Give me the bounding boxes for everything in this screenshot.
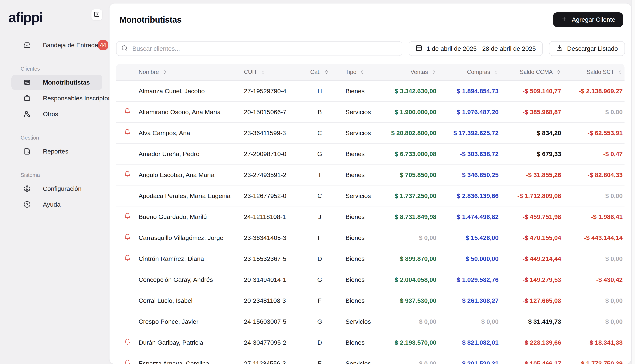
cell-compras: $ 15.426,00	[439, 234, 501, 242]
column-header-compras[interactable]: Compras	[439, 69, 501, 75]
sidebar-item-monotributistas[interactable]: Monotributistas	[12, 75, 102, 90]
cell-cuit: 20-15015066-7	[244, 108, 306, 116]
cell-ventas: $ 3.342.630,00	[377, 88, 439, 95]
cell-saldo-sct: -$ 0,47	[563, 150, 625, 158]
cell-tipo: Bienes	[334, 234, 377, 242]
cell-compras: $ 1.474.496,82	[439, 213, 501, 220]
cell-categoria: G	[306, 318, 334, 325]
column-header-cuit[interactable]: CUIT	[244, 69, 306, 75]
help-icon	[23, 200, 31, 209]
column-label: Saldo SCT	[587, 69, 614, 75]
table-row[interactable]: Almanza Curiel, Jacobo27-19529790-4HBien…	[116, 81, 624, 102]
cell-categoria: F	[306, 234, 334, 242]
column-header-nombre[interactable]: Nombre	[139, 69, 244, 75]
cell-compras: $ 201.520,31	[439, 360, 501, 364]
cell-compras: $ 821.082,01	[439, 339, 501, 346]
alert-cell	[116, 234, 139, 242]
column-header-tipo[interactable]: Tipo	[334, 69, 377, 75]
date-range-button[interactable]: 1 de abril de 2025 - 28 de abril de 2025	[409, 41, 543, 56]
sidebar-item-bandeja-de-entrada[interactable]: Bandeja de Entrada 44	[12, 38, 102, 52]
cell-tipo: Servicios	[334, 192, 377, 200]
gear-icon	[23, 184, 31, 193]
cell-compras: $ 1.976.487,26	[439, 108, 501, 116]
cell-nombre: Cintrón Ramírez, Diana	[139, 255, 244, 262]
cell-saldo-ccma: -$ 149.279,53	[501, 276, 563, 283]
sort-icon	[162, 69, 167, 75]
cell-saldo-sct: $ 0,00	[563, 255, 625, 262]
column-header-ventas[interactable]: Ventas	[377, 69, 439, 75]
sidebar-item-configuracion[interactable]: Configuración	[12, 181, 102, 196]
cell-nombre: Angulo Escobar, Ana María	[139, 171, 244, 178]
cell-saldo-ccma: -$ 459.751,98	[501, 213, 563, 220]
table-row[interactable]: Corral Lucio, Isabel20-23481108-3FBienes…	[116, 290, 624, 311]
sidebar-item-label: Otros	[43, 110, 58, 118]
cell-ventas: $ 1.900.000,00	[377, 108, 439, 116]
cell-compras: $ 346.850,25	[439, 171, 501, 178]
search-input[interactable]	[132, 45, 397, 52]
table-row[interactable]: Durán Garibay, Patricia24-30477095-2DBie…	[116, 332, 624, 353]
sidebar-item-reportes[interactable]: Reportes	[12, 144, 102, 159]
cell-tipo: Servicios	[334, 108, 377, 116]
cell-cuit: 24-30477095-2	[244, 339, 306, 346]
cell-ventas: $ 2.193.570,00	[377, 339, 439, 346]
cell-nombre: Altamirano Osorio, Ana María	[139, 108, 244, 116]
sidebar-item-ayuda[interactable]: Ayuda	[12, 197, 102, 212]
cell-tipo: Servicios	[334, 130, 377, 136]
sidebar-section-sistema: ConfiguraciónAyuda	[12, 181, 102, 212]
cell-saldo-sct: -$ 62.553,91	[563, 130, 625, 136]
cell-saldo-ccma: $ 834,20	[501, 130, 563, 136]
cell-nombre: Apodaca Perales, María Eugenia	[139, 192, 244, 200]
table-row[interactable]: Esparza Amaya, Carolina27-11234556-3FSer…	[116, 353, 624, 364]
add-client-button[interactable]: Agregar Cliente	[553, 12, 623, 27]
cell-saldo-sct: -$ 2.138.969,27	[563, 88, 625, 95]
sidebar-section-label-clientes: Clientes	[21, 66, 102, 72]
cell-categoria: F	[306, 297, 334, 304]
column-header-saldo-ccma[interactable]: Saldo CCMA	[501, 69, 563, 75]
cell-cuit: 24-15603007-5	[244, 318, 306, 325]
cell-tipo: Bienes	[334, 150, 377, 158]
table-row[interactable]: Alva Campos, Ana23-36411599-3CServicios$…	[116, 122, 624, 144]
column-header-saldo-sct[interactable]: Saldo SCT	[563, 69, 625, 75]
sidebar-nav-top: Bandeja de Entrada 44	[12, 38, 102, 52]
alert-bell-icon	[124, 254, 131, 263]
cell-saldo-sct: -$ 430,42	[563, 276, 625, 283]
cell-tipo: Bienes	[334, 88, 377, 95]
inbox-count-badge: 44	[98, 40, 108, 50]
alert-bell-icon	[124, 171, 131, 179]
main-panel: Monotributistas Agregar Cliente 1 de abr…	[109, 3, 631, 364]
column-header-cat[interactable]: Cat.	[306, 69, 334, 75]
cell-compras: $ 1.894.854,73	[439, 88, 501, 95]
cell-ventas: $ 2.004.058,00	[377, 276, 439, 283]
add-client-label: Agregar Cliente	[572, 16, 615, 23]
download-list-button[interactable]: Descargar Listado	[549, 41, 625, 56]
table-row[interactable]: Angulo Escobar, Ana María23-27493591-2IB…	[116, 164, 624, 186]
table-row[interactable]: Concepción Garay, Andrés20-31494014-1GBi…	[116, 269, 624, 290]
sort-icon	[360, 69, 365, 75]
table-row[interactable]: Crespo Ponce, Javier24-15603007-5GServic…	[116, 311, 624, 332]
page-scrollbar[interactable]	[631, 0, 635, 364]
cell-saldo-ccma: -$ 385.968,87	[501, 108, 563, 116]
cell-cuit: 24-12118108-1	[244, 213, 306, 220]
cell-nombre: Almanza Curiel, Jacobo	[139, 88, 244, 95]
cell-tipo: Servicios	[334, 318, 377, 325]
table-row[interactable]: Altamirano Osorio, Ana María20-15015066-…	[116, 102, 624, 122]
alert-cell	[116, 129, 139, 137]
sidebar-item-otros[interactable]: Otros	[12, 106, 102, 122]
table-row[interactable]: Bueno Guardado, Marilú24-12118108-1JBien…	[116, 206, 624, 228]
alert-bell-icon	[124, 234, 131, 242]
cell-nombre: Durán Garibay, Patricia	[139, 339, 244, 346]
cell-categoria: H	[306, 88, 334, 95]
table-row[interactable]: Cintrón Ramírez, Diana23-15532367-5DBien…	[116, 248, 624, 269]
cell-saldo-ccma: $ 679,33	[501, 150, 563, 158]
cell-saldo-sct: -$ 1.773.750,39	[563, 360, 625, 364]
sidebar-header: afippi	[9, 9, 102, 26]
sidebar-collapse-button[interactable]	[91, 9, 102, 20]
table-row[interactable]: Amador Ureña, Pedro27-20098710-0GBienes$…	[116, 144, 624, 164]
column-label: Ventas	[410, 69, 428, 75]
alert-cell	[116, 254, 139, 263]
table-row[interactable]: Apodaca Perales, María Eugenia23-1267795…	[116, 186, 624, 206]
table-row[interactable]: Carrasquillo Villagómez, Jorge23-3634140…	[116, 228, 624, 248]
cell-categoria: D	[306, 339, 334, 346]
sidebar-item-responsables-inscriptos[interactable]: Responsables Inscriptos	[12, 91, 102, 106]
download-icon	[556, 44, 563, 52]
